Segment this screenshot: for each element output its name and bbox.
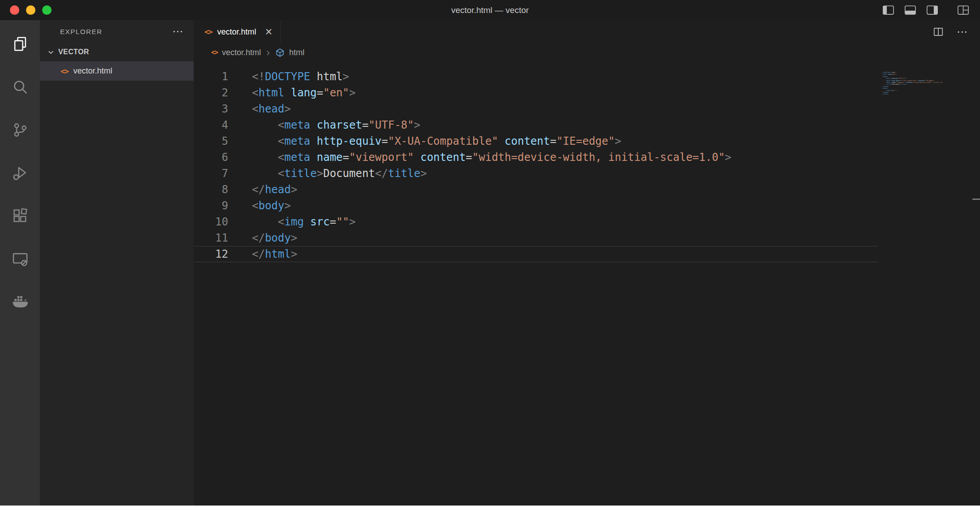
code-line[interactable]: 10 <img src=""> xyxy=(194,214,878,230)
close-tab-icon[interactable]: × xyxy=(265,26,273,38)
code-editor[interactable]: 1<!DOCTYPE html>2<html lang="en">3<head>… xyxy=(194,61,980,506)
titlebar-layout-actions xyxy=(882,0,969,20)
window-controls xyxy=(10,5,52,15)
line-number: 9 xyxy=(194,199,228,212)
line-number: 11 xyxy=(194,232,228,244)
code-lines: 1<!DOCTYPE html>2<html lang="en">3<head>… xyxy=(194,69,980,262)
code-text: </html> xyxy=(228,248,297,260)
sidebar-header: EXPLORER ⋯ xyxy=(40,20,194,43)
line-number: 12 xyxy=(194,248,228,260)
window-title: vector.html — vector xyxy=(0,5,980,15)
code-line[interactable]: 11</body> xyxy=(194,230,878,246)
editor-group: <> vector.html × ⋯ <> vector.html xyxy=(194,20,980,506)
tab-bar: <> vector.html × ⋯ xyxy=(194,20,980,43)
explorer-sidebar: EXPLORER ⋯ VECTOR <> vector.html xyxy=(40,20,194,506)
code-text: <title>Document</title> xyxy=(228,167,427,180)
code-text: <img src=""> xyxy=(228,216,356,228)
file-item-vector-html[interactable]: <> vector.html xyxy=(40,61,194,81)
search-icon xyxy=(12,78,29,95)
toggle-secondary-sidebar-icon[interactable] xyxy=(926,5,938,15)
zoom-window-button[interactable] xyxy=(42,5,52,15)
code-line[interactable]: 4 <meta charset="UTF-8"> xyxy=(194,117,878,133)
code-text: <meta name="viewport" content="width=dev… xyxy=(228,151,731,164)
explorer-more-actions-icon[interactable]: ⋯ xyxy=(172,26,184,37)
code-line[interactable]: 6 <meta name="viewport" content="width=d… xyxy=(194,149,878,165)
code-text: <body> xyxy=(228,199,291,212)
code-text: <head> xyxy=(228,103,291,115)
activity-item-source-control[interactable] xyxy=(5,115,35,145)
activity-item-remote-explorer[interactable] xyxy=(5,244,35,274)
code-line[interactable]: 8</head> xyxy=(194,182,878,198)
line-number: 5 xyxy=(194,135,228,147)
html-file-icon: <> xyxy=(204,27,212,36)
activity-item-explorer[interactable] xyxy=(5,29,35,59)
editor-more-actions-icon[interactable]: ⋯ xyxy=(957,26,967,37)
activity-item-docker[interactable] xyxy=(5,287,35,317)
tab-label: vector.html xyxy=(217,27,256,37)
minimap[interactable]: <!DOCTYPE html><html lang="en"><head> <m… xyxy=(882,72,942,95)
code-line[interactable]: 9<body> xyxy=(194,198,878,214)
remote-explorer-icon xyxy=(12,251,29,268)
html-file-icon: <> xyxy=(211,48,217,56)
line-number: 4 xyxy=(194,119,228,131)
extensions-icon xyxy=(12,207,29,225)
workbench: EXPLORER ⋯ VECTOR <> vector.html <> vect… xyxy=(0,20,980,506)
source-control-icon xyxy=(12,121,29,138)
file-name: vector.html xyxy=(73,66,112,76)
code-line[interactable]: 3<head> xyxy=(194,101,878,117)
line-number: 6 xyxy=(194,151,228,164)
activity-item-search[interactable] xyxy=(5,72,35,102)
folder-section-label: VECTOR xyxy=(58,48,89,56)
docker-icon xyxy=(11,294,30,311)
toggle-primary-sidebar-icon[interactable] xyxy=(882,5,894,15)
minimap-lines: <!DOCTYPE html><html lang="en"><head> <m… xyxy=(882,72,942,95)
split-editor-icon[interactable] xyxy=(932,26,944,38)
code-text: <!DOCTYPE html> xyxy=(228,70,349,83)
vscode-window: vector.html — vector xyxy=(0,0,980,510)
run-and-debug-icon xyxy=(12,164,29,182)
code-text: </body> xyxy=(228,232,297,244)
code-text: <meta charset="UTF-8"> xyxy=(228,119,421,131)
close-window-button[interactable] xyxy=(10,5,19,15)
explorer-icon xyxy=(12,35,29,52)
window-bottom-edge xyxy=(0,506,980,510)
breadcrumb-file[interactable]: vector.html xyxy=(222,48,261,57)
overview-ruler-cursor-marker xyxy=(972,199,980,200)
breadcrumb-symbol[interactable]: html xyxy=(289,48,304,57)
code-line[interactable]: 7 <title>Document</title> xyxy=(194,165,878,182)
code-line[interactable]: 2<html lang="en"> xyxy=(194,85,878,101)
code-text: <html lang="en"> xyxy=(228,86,356,99)
code-line[interactable]: 12</html> xyxy=(194,246,878,262)
editor-actions: ⋯ xyxy=(932,20,980,43)
html-file-icon: <> xyxy=(61,67,68,76)
activity-item-run-and-debug[interactable] xyxy=(5,158,35,188)
customize-layout-icon[interactable] xyxy=(957,5,969,15)
titlebar: vector.html — vector xyxy=(0,0,980,20)
code-line[interactable]: 1<!DOCTYPE html> xyxy=(194,69,878,85)
code-text: <meta http-equiv="X-UA-Compatible" conte… xyxy=(228,135,621,147)
activity-item-extensions[interactable] xyxy=(5,201,35,231)
sidebar-title: EXPLORER xyxy=(60,28,103,35)
minimize-window-button[interactable] xyxy=(26,5,35,15)
line-number: 2 xyxy=(194,86,228,99)
folder-section-vector[interactable]: VECTOR xyxy=(40,43,194,61)
chevron-down-icon xyxy=(47,48,55,56)
code-text: </head> xyxy=(228,183,297,196)
line-number: 8 xyxy=(194,183,228,196)
html-symbol-cube-icon xyxy=(275,48,285,57)
toggle-panel-icon[interactable] xyxy=(904,5,916,15)
activity-bar xyxy=(0,20,40,506)
tab-vector-html[interactable]: <> vector.html × xyxy=(194,20,281,43)
line-number: 1 xyxy=(194,70,228,83)
line-number: 7 xyxy=(194,167,228,180)
breadcrumb: <> vector.html › html xyxy=(194,43,980,61)
breadcrumb-separator-icon: › xyxy=(266,47,270,58)
line-number: 3 xyxy=(194,103,228,115)
code-line[interactable]: 5 <meta http-equiv="X-UA-Compatible" con… xyxy=(194,133,878,149)
line-number: 10 xyxy=(194,216,228,228)
